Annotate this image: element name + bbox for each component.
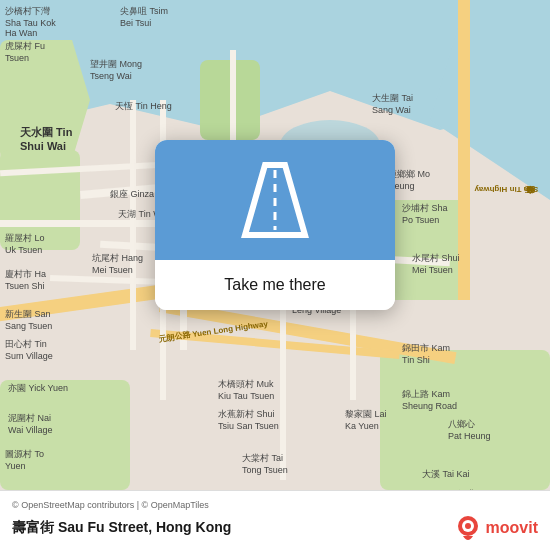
road-v2 bbox=[130, 100, 136, 350]
attribution-text: © OpenStreetMap contributors | © OpenMap… bbox=[12, 500, 538, 510]
svg-point-5 bbox=[465, 523, 471, 529]
overlay-card: Take me there bbox=[155, 140, 395, 310]
moovit-icon bbox=[454, 514, 482, 542]
green-area-4 bbox=[0, 380, 130, 490]
moovit-logo: moovit bbox=[454, 514, 538, 542]
bottom-bar: © OpenStreetMap contributors | © OpenMap… bbox=[0, 490, 550, 550]
green-area-5 bbox=[380, 350, 550, 490]
road-v5 bbox=[280, 280, 286, 480]
location-name: 壽富街 Sau Fu Street, Hong Kong bbox=[12, 519, 231, 537]
location-row: 壽富街 Sau Fu Street, Hong Kong moovit bbox=[12, 514, 538, 542]
road-san-tin bbox=[458, 0, 470, 300]
road-icon bbox=[235, 160, 315, 240]
green-area-2 bbox=[0, 150, 80, 250]
card-map-preview bbox=[155, 140, 395, 260]
take-me-there-button[interactable]: Take me there bbox=[155, 260, 395, 310]
moovit-text: moovit bbox=[486, 519, 538, 537]
green-area-1 bbox=[0, 40, 90, 160]
map-container: 沙橋村下灣Sha Tau KokHa Wan 尖鼻咀 TsimBei Tsui … bbox=[0, 0, 550, 490]
